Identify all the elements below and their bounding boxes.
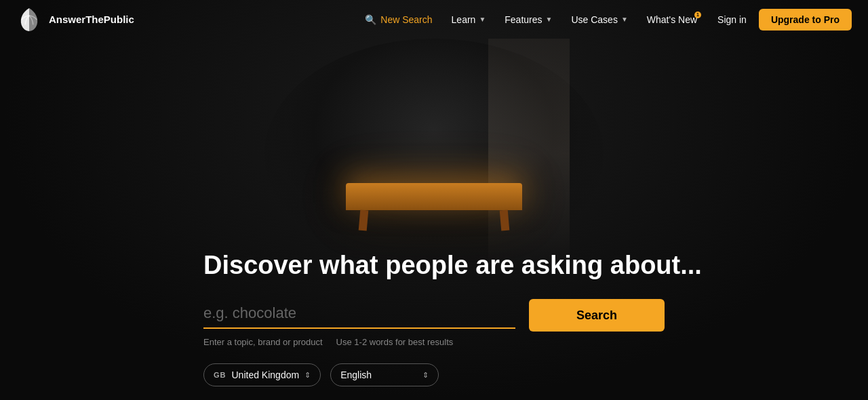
search-hint-topic: Enter a topic, brand or product <box>203 337 323 347</box>
glowing-table-top <box>346 183 522 210</box>
search-input-wrapper <box>203 302 515 329</box>
nav-signin[interactable]: Sign in <box>708 10 756 29</box>
nav-upgrade-button[interactable]: Upgrade to Pro <box>759 9 852 31</box>
language-label: English <box>340 369 372 380</box>
learn-label: Learn <box>452 14 476 25</box>
nav-use-cases[interactable]: Use Cases ▼ <box>563 10 635 29</box>
use-cases-label: Use Cases <box>571 14 617 25</box>
search-hint-words: Use 1-2 words for best results <box>336 337 454 347</box>
country-dropdown[interactable]: GB United Kingdom ⇕ <box>203 363 321 386</box>
main-nav: AnswerThePublic 🔍 New Search Learn ▼ Fea… <box>0 0 868 39</box>
whats-new-badge-dot: 1 <box>694 12 701 18</box>
logo-icon <box>16 7 42 33</box>
country-label: United Kingdom <box>232 369 300 380</box>
nav-features[interactable]: Features ▼ <box>496 10 560 29</box>
hero-title: Discover what people are asking about... <box>203 251 702 280</box>
use-cases-chevron-icon: ▼ <box>621 16 628 23</box>
nav-learn[interactable]: Learn ▼ <box>443 10 494 29</box>
hero-content: Discover what people are asking about...… <box>203 251 665 386</box>
features-label: Features <box>505 14 542 25</box>
search-button[interactable]: Search <box>529 299 665 332</box>
features-chevron-icon: ▼ <box>546 16 553 23</box>
nav-new-search[interactable]: 🔍 New Search <box>357 10 440 29</box>
new-search-label: New Search <box>380 14 432 25</box>
light-beam <box>488 39 570 269</box>
search-icon: 🔍 <box>365 14 376 25</box>
country-chevron-icon: ⇕ <box>304 371 311 380</box>
country-flag-icon: GB <box>214 371 226 379</box>
search-bar: Search Enter a topic, brand or product U… <box>203 299 665 347</box>
nav-links: 🔍 New Search Learn ▼ Features ▼ Use Case… <box>357 9 852 31</box>
whats-new-label: What's New <box>647 14 697 25</box>
search-row: Search <box>203 299 665 332</box>
dropdowns-row: GB United Kingdom ⇕ English ⇕ <box>203 363 439 386</box>
logo-text: AnswerThePublic <box>49 14 134 25</box>
nav-whats-new[interactable]: What's New 1 <box>639 10 705 29</box>
language-dropdown[interactable]: English ⇕ <box>330 363 439 386</box>
language-chevron-icon: ⇕ <box>422 371 429 380</box>
search-hints: Enter a topic, brand or product Use 1-2 … <box>203 337 453 347</box>
signin-label: Sign in <box>717 14 747 25</box>
search-input[interactable] <box>203 302 515 325</box>
logo-link[interactable]: AnswerThePublic <box>16 7 134 33</box>
learn-chevron-icon: ▼ <box>479 16 486 23</box>
glowing-table-legs <box>353 210 515 231</box>
